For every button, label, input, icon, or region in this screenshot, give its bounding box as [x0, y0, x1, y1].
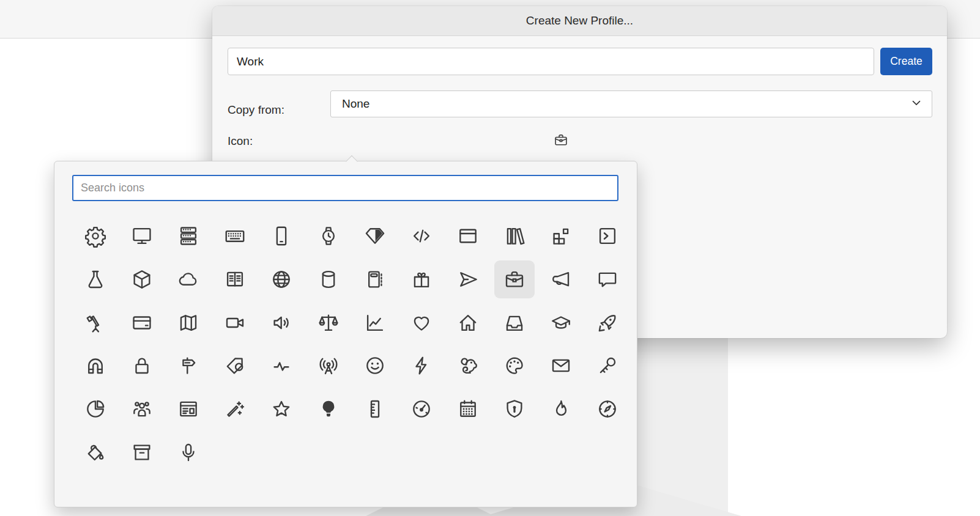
- icon-cell-map[interactable]: [165, 301, 212, 344]
- icon-cell-paint-bucket[interactable]: [72, 430, 119, 474]
- icon-cell-archive[interactable]: [119, 430, 165, 474]
- icon-cell-magnet[interactable]: [72, 344, 119, 388]
- icon-cell-telescope[interactable]: [72, 301, 119, 344]
- icon-cell-pad: [448, 304, 488, 342]
- icon-cell-inbox[interactable]: [491, 301, 538, 344]
- copy-from-value: None: [342, 97, 369, 111]
- icon-cell-server[interactable]: [165, 215, 212, 258]
- terminal-icon: [596, 224, 619, 248]
- flame-icon: [549, 397, 573, 421]
- icon-cell-pulse[interactable]: [258, 344, 305, 388]
- icon-cell-settings-gear[interactable]: [72, 215, 119, 258]
- icon-cell-flame[interactable]: [538, 388, 584, 431]
- icon-cell-pad: [75, 304, 116, 342]
- icon-cell-lightbulb[interactable]: [305, 388, 351, 431]
- icon-cell-wand[interactable]: [212, 388, 258, 431]
- icon-search-input[interactable]: [72, 175, 618, 201]
- icon-cell-smiley[interactable]: [352, 344, 398, 388]
- icon-cell-squirrel[interactable]: [445, 344, 491, 388]
- icon-cell-keyboard[interactable]: [212, 215, 258, 258]
- briefcase-icon: [503, 268, 526, 291]
- icon-cell-ruler[interactable]: [352, 388, 398, 431]
- icon-cell-pad: [168, 347, 209, 385]
- icon-cell-pad: [308, 390, 349, 428]
- broadcast-icon: [317, 354, 340, 377]
- icon-cell-pad: [541, 260, 581, 298]
- icon-cell-pad: [401, 304, 442, 342]
- icon-cell-device-camera-video[interactable]: [212, 301, 258, 344]
- icon-cell-code[interactable]: [398, 215, 445, 258]
- graph-line-icon: [363, 311, 387, 334]
- icon-cell-calendar[interactable]: [445, 388, 491, 431]
- icon-cell-comment[interactable]: [584, 258, 631, 301]
- icon-cell-extensions[interactable]: [538, 215, 584, 258]
- icon-cell-device-mobile[interactable]: [258, 215, 305, 258]
- rocket-icon: [596, 311, 619, 334]
- icon-cell-package[interactable]: [119, 258, 165, 301]
- tag-icon: [223, 354, 247, 377]
- icon-cell-terminal[interactable]: [584, 215, 631, 258]
- icon-cell-watch[interactable]: [305, 215, 351, 258]
- icon-cell-home[interactable]: [445, 301, 491, 344]
- icon-cell-pad: [261, 347, 302, 385]
- icon-cell-heart[interactable]: [398, 301, 445, 344]
- window-icon: [456, 224, 480, 248]
- icon-cell-pad: [215, 390, 255, 428]
- create-button[interactable]: Create: [880, 48, 932, 75]
- icon-cell-pad: [541, 217, 581, 255]
- selected-icon-preview[interactable]: [553, 132, 569, 148]
- lock-icon: [130, 354, 154, 377]
- icon-cell-pad: [355, 260, 395, 298]
- icon-cell-book[interactable]: [212, 258, 258, 301]
- icon-cell-zap[interactable]: [398, 344, 445, 388]
- icon-cell-gift[interactable]: [398, 258, 445, 301]
- icon-cell-notebook[interactable]: [352, 258, 398, 301]
- icon-cell-milestone[interactable]: [165, 344, 212, 388]
- archive-icon: [130, 441, 154, 464]
- squirrel-icon: [456, 354, 480, 377]
- icon-cell-database[interactable]: [305, 258, 351, 301]
- icon-cell-rocket[interactable]: [584, 301, 631, 344]
- icon-cell-pad: [75, 260, 116, 298]
- icon-cell-dashboard[interactable]: [398, 388, 445, 431]
- icon-cell-briefcase[interactable]: [491, 258, 538, 301]
- icon-cell-tag[interactable]: [212, 344, 258, 388]
- icon-cell-cloud[interactable]: [165, 258, 212, 301]
- icon-cell-beaker[interactable]: [72, 258, 119, 301]
- icon-cell-key[interactable]: [584, 344, 631, 388]
- icon-cell-broadcast[interactable]: [305, 344, 351, 388]
- icon-cell-shield[interactable]: [491, 388, 538, 431]
- icon-cell-pad: [587, 260, 628, 298]
- law-icon: [317, 311, 340, 334]
- icon-cell-preview[interactable]: [165, 388, 212, 431]
- icon-cell-credit-card[interactable]: [119, 301, 165, 344]
- icon-cell-law[interactable]: [305, 301, 351, 344]
- icon-cell-pad: [541, 390, 581, 428]
- copy-from-label: Copy from:: [228, 97, 284, 123]
- icon-cell-mail[interactable]: [538, 344, 584, 388]
- icon-cell-pie-chart[interactable]: [72, 388, 119, 431]
- icon-cell-mic[interactable]: [165, 430, 212, 474]
- copy-from-select[interactable]: None: [330, 90, 932, 117]
- icon-cell-pad: [494, 347, 535, 385]
- icon-cell-pad: [401, 217, 442, 255]
- icon-cell-unmute[interactable]: [258, 301, 305, 344]
- icon-cell-ruby[interactable]: [352, 215, 398, 258]
- icon-cell-organization[interactable]: [119, 388, 165, 431]
- icon-cell-window[interactable]: [445, 215, 491, 258]
- icon-cell-graph-line[interactable]: [352, 301, 398, 344]
- icon-cell-library[interactable]: [491, 215, 538, 258]
- icon-cell-compass[interactable]: [584, 388, 631, 431]
- icon-cell-send[interactable]: [445, 258, 491, 301]
- icon-cell-mortar-board[interactable]: [538, 301, 584, 344]
- icon-cell-symbol-color[interactable]: [491, 344, 538, 388]
- icon-label: Icon:: [228, 133, 253, 149]
- icon-cell-pad: [494, 390, 535, 428]
- icon-cell-star-empty[interactable]: [258, 388, 305, 431]
- icon-cell-lock[interactable]: [119, 344, 165, 388]
- icon-cell-vm[interactable]: [119, 215, 165, 258]
- icon-cell-pad: [75, 217, 116, 255]
- icon-cell-globe[interactable]: [258, 258, 305, 301]
- profile-name-input[interactable]: [228, 48, 874, 75]
- icon-cell-megaphone[interactable]: [538, 258, 584, 301]
